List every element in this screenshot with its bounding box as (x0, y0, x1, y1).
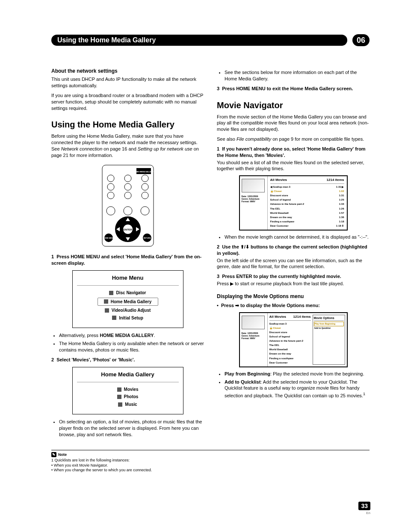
menu-label: Video/Audio Adjust (112, 307, 151, 313)
t: All Movies (269, 315, 287, 319)
r: Closer (274, 190, 282, 192)
svg-point-3 (107, 175, 114, 182)
r: School of legend (270, 198, 291, 201)
r: World Baseball (270, 211, 289, 215)
disc-icon (109, 291, 113, 295)
hmg-item: Photos (77, 393, 179, 401)
options-menu-item: Play from Beginning (314, 322, 344, 326)
using-p1-c: on page 16 and (102, 146, 138, 151)
r: Dream on the way (270, 216, 292, 219)
step-num: 3 (217, 274, 219, 279)
photos-icon (117, 395, 121, 399)
note-icon: ✎ (51, 452, 56, 457)
page-number-value: 33 (358, 502, 370, 510)
r: The EEL (269, 343, 280, 347)
movie-options-box: Date: 12/01/2006 Genre: Adventure Format… (239, 312, 348, 367)
menu-label: Home Media Gallery (111, 299, 152, 305)
left-step-2: 2Select 'Movies', 'Photos' or 'Music'. (51, 357, 204, 363)
r: Dear Customer (270, 224, 289, 228)
movie-info-pane: Date: 12/01/2006 Genre: Adventure Format… (240, 176, 268, 230)
about-p2: If you are using a broadband router or a… (51, 92, 204, 112)
movie-meta: Date: 12/01/2006 Genre: Adventure Format… (242, 195, 266, 203)
hmg-menu-box: Home Media Gallery Movies Photos Music (72, 367, 183, 414)
home-menu-item: Video/Audio Adjust (77, 307, 179, 314)
movie-nav-heading: Movie Navigator (217, 100, 370, 111)
fn-line: • When you exit Movie Navigator. (51, 463, 370, 468)
movie-step-2-p: On the left side of the screen you can s… (217, 257, 370, 270)
t: See also (217, 136, 237, 142)
t: File compatibility (237, 136, 271, 142)
alt-bullet: Alternatively, press HOME MEDIA GALLERY. (59, 332, 204, 339)
options-menu-item: Add to Quicklist (314, 326, 344, 330)
fn-line: 1 Quicklists are lost in the following i… (51, 458, 370, 463)
svg-text:ENTER: ENTER (123, 228, 132, 231)
left-column: About the network settings This unit use… (51, 68, 204, 441)
t: When you exit Movie Navigator. (54, 463, 108, 467)
about-heading: About the network settings (51, 68, 204, 74)
movie-nav-p2: See also File compatibility on page 9 fo… (217, 136, 370, 142)
list-title: All Movies (270, 178, 287, 183)
home-menu-box: Home Menu Disc Navigator Home Media Gall… (72, 270, 183, 328)
on-selecting-list: On selecting an option, a list of movies… (51, 419, 204, 438)
right-column: See the sections below for more informat… (217, 68, 370, 441)
remote-figure: HOME MEDIA GALLERY ENTER (51, 163, 204, 248)
options-heading: Displaying the Movie Options menu (217, 293, 370, 300)
svg-point-5 (142, 175, 148, 182)
movie-step-3: 3Press ENTER to play the currently highl… (217, 273, 370, 280)
r: World Baseball (269, 348, 288, 351)
r: 1:02 (339, 189, 344, 193)
movies-icon (117, 387, 121, 392)
movie-step-2: 2Use the ⬆/⬇ buttons to change the curre… (217, 244, 370, 257)
note-label: ✎ Note (51, 452, 370, 457)
t: Alternatively, press (59, 333, 100, 338)
home-menu-item: Initial Setup (77, 314, 179, 322)
see-sections-list: See the sections below for more informat… (217, 69, 370, 82)
svg-text:HOME MENU: HOME MENU (103, 237, 114, 239)
r: School of legend (269, 335, 290, 338)
movie-options-menu: Movie Options Play from Beginning Add to… (313, 315, 345, 365)
l: Add to Quicklist (225, 379, 260, 384)
step-text: Select 'Movies', 'Photos' or 'Music'. (56, 357, 135, 362)
left-step-1: 1Press HOME MENU and select 'Home Media … (51, 254, 204, 266)
using-p1-d: Setting up for network use (138, 146, 192, 151)
hmg-item: Music (77, 401, 179, 408)
movie-step-3-p: Press ▶ to start or resume playback from… (217, 281, 370, 287)
footnote-rule (51, 450, 370, 450)
menu-label: Movies (124, 387, 139, 393)
footnote-ref: 1 (363, 392, 365, 396)
r: Discount store (270, 194, 288, 197)
t: . (154, 333, 155, 338)
options-desc-list: Play from Beginning: Play the selected m… (217, 371, 370, 399)
step-num: 2 (51, 357, 54, 362)
r: Advance in the future part-2 (270, 202, 305, 206)
using-heading: Using the Home Media Gallery (51, 119, 204, 130)
right-step-3: 3Press HOME MENU to exit the Home Media … (217, 86, 370, 92)
svg-point-9 (107, 192, 114, 199)
menu-label: Initial Setup (119, 315, 143, 321)
r: Finding a southpaw (270, 220, 294, 223)
t: : Play the selected movie from the begin… (270, 371, 364, 376)
fn-line: • When you change the server to which yo… (51, 468, 370, 473)
step-text-a: Use the (222, 244, 240, 249)
about-p1: This unit uses DHCP and Auto IP function… (51, 76, 204, 89)
step-num: 1 (217, 146, 219, 151)
t: HOME MEDIA GALLERY (100, 333, 154, 338)
note-text: Note (58, 452, 67, 457)
movie-list-pane: All Movies1214 items ◀ Scallop-man 31:31… (268, 176, 347, 230)
svg-point-8 (142, 183, 148, 190)
page-number: 33 En (358, 502, 370, 515)
menu-label: Photos (124, 394, 139, 400)
chapter-title: Using the Home Media Gallery (51, 35, 347, 46)
home-menu-item-selected: Home Media Gallery (98, 298, 158, 306)
r: 1:57 (339, 211, 344, 215)
home-menu-title: Home Menu (77, 274, 179, 282)
movie-thumbnail (242, 316, 265, 329)
length-note: When the movie length cannot be determin… (225, 234, 370, 240)
l: Play from Beginning (225, 371, 270, 376)
r: Closer (273, 327, 281, 329)
opt-play-from-beginning: Play from Beginning: Play the selected m… (225, 371, 370, 377)
step-num: 3 (217, 86, 219, 91)
r: The EEL (270, 207, 281, 210)
up-down-icon: ⬆/⬇ (240, 244, 249, 249)
svg-text:HOME MEDIA GALLERY: HOME MEDIA GALLERY (134, 171, 154, 173)
